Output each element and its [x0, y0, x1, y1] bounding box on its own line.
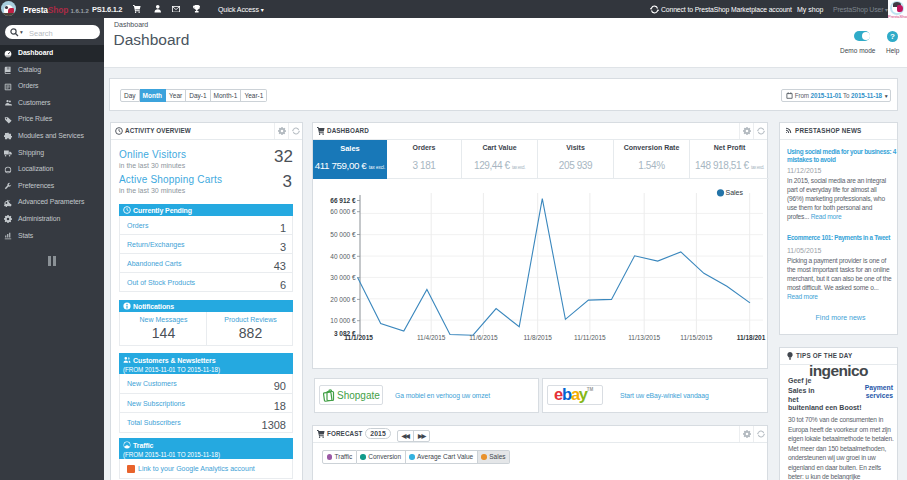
svg-text:11/8/2015: 11/8/2015: [523, 334, 552, 341]
svg-text:40 000 €: 40 000 €: [330, 253, 356, 260]
svg-text:11/1/2015: 11/1/2015: [344, 334, 373, 341]
svg-text:11/6/2015: 11/6/2015: [469, 334, 498, 341]
svg-text:50 000 €: 50 000 €: [330, 231, 356, 238]
svg-text:11/18/201: 11/18/201: [737, 334, 766, 341]
svg-text:11/4/2015: 11/4/2015: [417, 334, 446, 341]
svg-text:11/13/2015: 11/13/2015: [628, 334, 660, 341]
svg-text:Sales: Sales: [726, 189, 744, 196]
svg-text:30 000 €: 30 000 €: [330, 274, 356, 281]
svg-text:11/15/2015: 11/15/2015: [680, 334, 712, 341]
svg-text:20 000 €: 20 000 €: [330, 296, 356, 303]
svg-text:10 000 €: 10 000 €: [330, 317, 356, 324]
svg-text:60 000 €: 60 000 €: [330, 208, 356, 215]
svg-text:11/11/2015: 11/11/2015: [574, 334, 606, 341]
svg-text:66 912 €: 66 912 €: [330, 197, 356, 204]
